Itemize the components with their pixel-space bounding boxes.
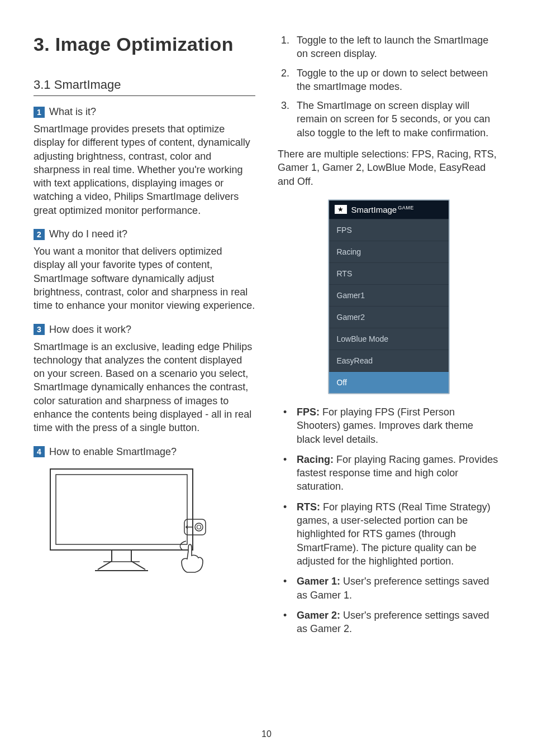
mode-gamer-2: Gamer 2: User's preference settings save… (278, 609, 499, 636)
osd-smartimage-menu: ★ SmartImageGAME FPSRacingRTSGamer1Gamer… (328, 199, 450, 394)
mode-racing: Racing: For playing Racing games. Provid… (278, 453, 499, 494)
osd-item-gamer1: Gamer1 (329, 284, 449, 306)
svg-rect-1 (56, 475, 187, 544)
osd-item-rts: RTS (329, 262, 449, 284)
step-3: The SmartImage on screen display will re… (278, 99, 499, 140)
question-how-works: 3 How does it work? (34, 324, 255, 336)
osd-title: SmartImage (351, 205, 397, 214)
mode-label: Racing: (297, 454, 334, 465)
mode-label: Gamer 1: (297, 576, 340, 587)
answer-what-is-it: SmartImage provides presets that optimiz… (34, 122, 255, 217)
numbered-badge-1: 1 (34, 107, 45, 118)
step-1: Toggle to the left to launch the SmartIm… (278, 34, 499, 61)
question-why-need-it: 2 Why do I need it? (34, 228, 255, 240)
monitor-illustration (45, 463, 255, 577)
osd-item-off: Off (329, 371, 449, 393)
mode-gamer-1: Gamer 1: User's preference settings save… (278, 575, 499, 602)
question-label: How does it work? (49, 324, 131, 336)
chapter-number: 3. (34, 34, 50, 55)
osd-item-lowblue-mode: LowBlue Mode (329, 328, 449, 350)
svg-point-3 (195, 523, 203, 531)
section-number: 3.1 (34, 78, 51, 92)
mode-label: FPS: (297, 406, 320, 418)
page-number: 10 (0, 729, 533, 739)
osd-item-easyread: EasyRead (329, 350, 449, 371)
mode-label: Gamer 2: (297, 610, 340, 621)
section-heading: 3.1 SmartImage (34, 78, 255, 96)
numbered-badge-2: 2 (34, 229, 45, 240)
svg-point-4 (197, 525, 201, 529)
chapter-heading: 3. Image Optimization (34, 34, 255, 55)
question-label: Why do I need it? (49, 228, 127, 240)
osd-item-racing: Racing (329, 241, 449, 262)
star-icon: ★ (335, 205, 347, 214)
osd-header: ★ SmartImageGAME (329, 200, 449, 219)
question-what-is-it: 1 What is it? (34, 106, 255, 118)
step-2: Toggle to the up or down to select betwe… (278, 66, 499, 94)
osd-title-sup: GAME (398, 205, 414, 210)
hand-pointer-icon (180, 541, 203, 572)
mode-label: RTS: (297, 501, 320, 513)
question-how-enable: 4 How to enable SmartImage? (34, 446, 255, 458)
modes-list: FPS: For playing FPS (First Person Shoot… (278, 405, 499, 635)
answer-how-works: SmartImage is an exclusive, leading edge… (34, 340, 255, 435)
osd-item-fps: FPS (329, 219, 449, 241)
mode-desc: For playing RTS (Real Time Strategy) gam… (297, 501, 491, 567)
mode-rts: RTS: For playing RTS (Real Time Strategy… (278, 500, 499, 568)
chapter-title: Image Optimization (55, 34, 234, 55)
mode-desc: For playing FPS (First Person Shooters) … (297, 406, 473, 445)
question-label: What is it? (49, 106, 96, 118)
svg-rect-0 (50, 469, 193, 550)
question-label: How to enable SmartImage? (49, 446, 177, 458)
mode-fps: FPS: For playing FPS (First Person Shoot… (278, 405, 499, 446)
selections-intro: There are multiple selections: FPS, Raci… (278, 147, 499, 188)
left-column: 3. Image Optimization 3.1 SmartImage 1 W… (34, 34, 255, 642)
section-title: SmartImage (54, 78, 121, 92)
steps-list: Toggle to the left to launch the SmartIm… (278, 34, 499, 140)
osd-item-gamer2: Gamer2 (329, 306, 449, 328)
numbered-badge-3: 3 (34, 324, 45, 335)
right-column: Toggle to the left to launch the SmartIm… (278, 34, 499, 642)
numbered-badge-4: 4 (34, 446, 45, 457)
answer-why-need-it: You want a monitor that delivers optimiz… (34, 245, 255, 312)
